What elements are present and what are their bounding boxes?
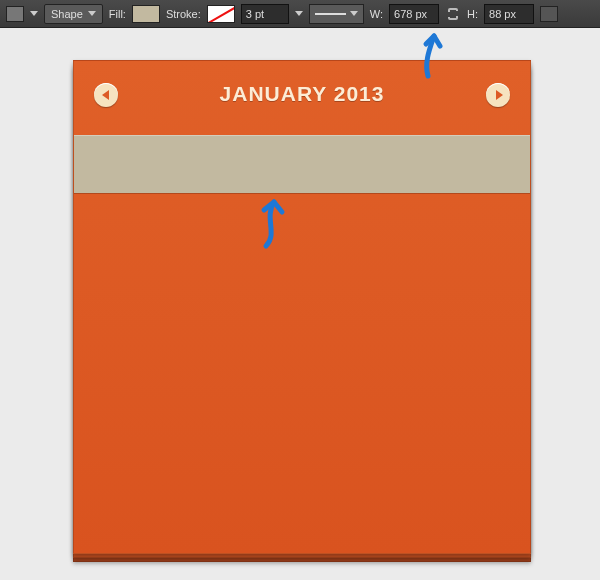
calendar-title: JANUARY 2013 [220, 82, 385, 106]
chevron-right-icon [496, 90, 503, 100]
stroke-weight-input[interactable] [241, 4, 289, 24]
fill-swatch[interactable] [132, 5, 160, 23]
fill-label: Fill: [109, 8, 126, 20]
calendar-stack: JANUARY 2013 [73, 60, 531, 562]
calendar-header: JANUARY 2013 [74, 61, 530, 127]
tool-preset-dropdown-caret[interactable] [30, 11, 38, 16]
height-input[interactable] [484, 4, 534, 24]
weekday-band-shape[interactable] [74, 135, 530, 193]
stroke-weight-dropdown-caret[interactable] [295, 11, 303, 16]
tool-preset-swatch[interactable] [6, 6, 24, 22]
canvas: JANUARY 2013 [0, 28, 600, 580]
stroke-style-preview [315, 13, 346, 15]
link-dimensions-icon[interactable] [445, 6, 461, 22]
tool-mode-label: Shape [51, 8, 83, 20]
width-label: W: [370, 8, 383, 20]
prev-month-button[interactable] [94, 83, 118, 107]
chevron-left-icon [102, 90, 109, 100]
stroke-label: Stroke: [166, 8, 201, 20]
tool-mode-dropdown[interactable]: Shape [44, 4, 103, 24]
next-month-button[interactable] [486, 83, 510, 107]
align-edges-button[interactable] [540, 6, 558, 22]
stroke-swatch[interactable] [207, 5, 235, 23]
options-bar: Shape Fill: Stroke: W: H: [0, 0, 600, 28]
width-input[interactable] [389, 4, 439, 24]
stroke-style-dropdown[interactable] [309, 4, 364, 24]
calendar-page-front: JANUARY 2013 [73, 60, 531, 554]
chevron-down-icon [350, 11, 358, 16]
height-label: H: [467, 8, 478, 20]
chevron-down-icon [88, 11, 96, 16]
